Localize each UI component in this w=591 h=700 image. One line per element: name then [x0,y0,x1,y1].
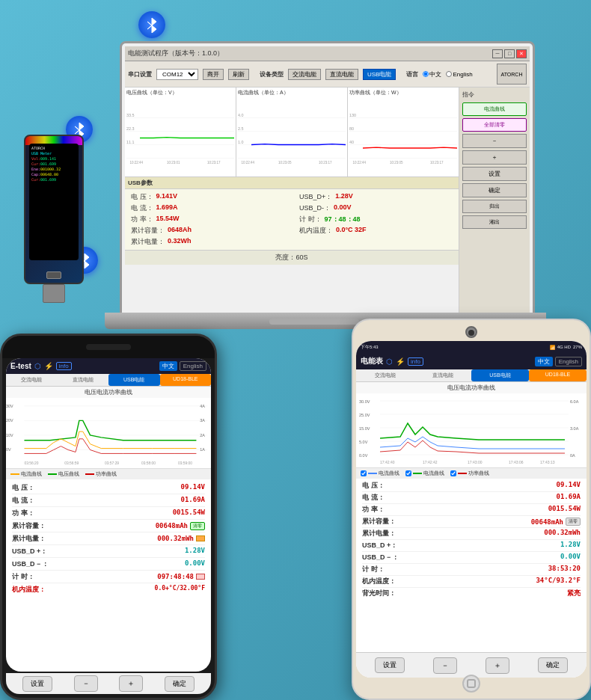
power-value: 15.54W [156,215,180,224]
signal-icon: 📶 [550,345,555,350]
tab-ble-right[interactable]: UD18-BLE [529,369,587,381]
usb-device-body: ATORCH USB Meter Vol:009.141 Cur:001.699… [24,135,84,284]
legend-voltage-checkbox[interactable] [405,470,411,476]
home-button-right[interactable] [462,675,480,693]
usbd-plus-data-row: USB_D +： 1.28V [12,545,205,558]
app-left-header: E-test ⬡ ⚡ info 中文 English [6,358,211,374]
svg-text:10:23:05: 10:23:05 [278,161,292,165]
minus-btn-right[interactable]: － [462,134,527,148]
maximize-btn[interactable]: □ [504,49,515,58]
energy-value: 0.32Wh [168,237,192,247]
info-badge-left[interactable]: info [56,362,72,370]
plus-btn-left[interactable]: ＋ [119,675,143,692]
plus-btn-right[interactable]: ＋ [462,150,527,165]
svg-text:22.3: 22.3 [126,126,134,131]
power-row: 功 率： 15.54W [131,215,284,224]
lang-zh-btn-right[interactable]: 中文 [535,357,553,366]
cap-data-row: 累计容量： 00648mAh 清零 [12,520,205,532]
tab-ac-left[interactable]: 交流电能 [6,374,58,386]
svg-text:15.0V: 15.0V [359,426,370,431]
usbd-plus-val: 1.28V [185,547,205,556]
tab-usb-left[interactable]: USB电能 [108,374,160,386]
minus-btn-left[interactable]: － [74,675,98,692]
svg-text:2A: 2A [200,433,205,438]
chart-area-right: 30.0V 25.0V 15.0V 5.0V 0.0V 6.0A 3.0A 0A [356,393,587,468]
clear-cap-btn[interactable]: 清零 [190,522,205,530]
svg-text:25.0V: 25.0V [359,413,370,417]
minus-btn-right-bottom[interactable]: － [433,657,457,674]
svg-text:17:43:00: 17:43:00 [468,460,483,464]
legend-power-checkbox[interactable] [450,470,456,476]
close-btn[interactable]: ✕ [516,49,527,58]
lang-zh-btn-left[interactable]: 中文 [159,361,177,371]
app-bt-icon: ⬡ [34,362,41,370]
usbd-plus-label: USB_D+： [299,192,332,202]
usbd-minus-data-row: USB_D－： 0.00V [12,558,205,571]
settings-btn-left[interactable]: 设置 [22,676,52,692]
usb-data-panel-title: USB参数 [125,177,459,189]
svg-text:17:42:40: 17:42:40 [380,460,395,464]
minimize-btn[interactable]: ─ [492,49,503,58]
confirm-btn-right-bottom[interactable]: 确定 [538,657,568,673]
settings-btn-right-bottom[interactable]: 设置 [375,657,405,673]
chart3-title: 功率曲线（单位：W） [349,89,457,96]
lang-en-btn-left[interactable]: English [180,361,206,371]
legend-power-label: 功率曲线 [96,470,117,478]
svg-text:10:23:05: 10:23:05 [390,161,403,165]
legend-current-right: 电流曲线 [361,470,399,477]
device-dc-btn[interactable]: 直流电能 [325,69,358,80]
svg-text:0V: 0V [6,447,11,452]
tab-dc-left[interactable]: 直流电能 [58,374,109,386]
clear-all-btn[interactable]: 全部清零 [462,118,527,132]
open-btn[interactable]: 商开 [203,69,224,80]
current-data-row: 电 流： 01.69A [12,494,205,507]
legend-voltage: 电压曲线 [48,470,79,478]
app-right-header: 电能表 ⬡ ⚡ info 中文 English [356,353,587,369]
info-badge-right[interactable]: info [408,357,423,366]
svg-text:3A: 3A [200,418,205,423]
phone-right-screen: 下午5:43 📶 4G HD 27% 电能表 ⬡ ⚡ info 中文 Eng [356,341,587,678]
temp-label: 机内温度： [299,226,333,236]
cap-row-right: 累计容量： 00648mAh 清零 [362,516,581,528]
voltage-value: 9.141V [156,192,178,202]
app-left-tabs: 交流电能 直流电能 USB电能 UD18-BLE [6,374,211,387]
legend-power: 功率曲线 [85,470,117,478]
clear-cap-btn-right[interactable]: 清零 [566,518,581,526]
usbd-plus-row-right: USB_D +： 1.28V [362,540,581,552]
app-power-icon: ⚡ [44,362,53,370]
app-left-name: E-test [10,362,31,370]
legend-current-checkbox[interactable] [361,470,367,476]
usb-data-panel: 电 压： 9.141V USB_D+： 1.28V 电 流： 1.699A [125,189,459,250]
time-label: 计 时： [299,215,322,224]
confirm-btn-left[interactable]: 确定 [165,676,195,692]
power-row-right: 功 率： 0015.54W [362,504,581,516]
status-bar-right: 下午5:43 📶 4G HD 27% [356,341,587,353]
lang-en-radio[interactable]: English [446,71,472,78]
time-row: 计 时： 97：48：48 [299,215,453,224]
lang-buttons-right: 中文 English [535,357,582,366]
refresh-btn[interactable]: 刷新 [228,69,249,80]
device-usb-btn[interactable]: USB电能 [363,69,396,80]
data-rows-right: 电 压： 09.14V 电 流： 01.69A 功 率： 0015.54W 累计… [356,479,587,601]
confirm-btn-right[interactable]: 确定 [462,183,527,197]
energy-label: 累计电量： [131,237,165,247]
chart-legend-left: 电流曲线 电压曲线 功率曲线 [6,469,211,479]
energy-val: 000.32mWh [157,535,194,542]
port-select[interactable]: COM12 [156,69,198,80]
device-ac-btn[interactable]: 交流电能 [288,69,321,80]
phone-right-camera [465,326,477,338]
tab-ble-left[interactable]: UD18-BLE [160,374,212,386]
current-curve-btn[interactable]: 电流曲线 [462,102,527,116]
lang-zh-radio[interactable]: 中文 [423,70,441,79]
lang-en-btn-right[interactable]: English [555,357,582,366]
export1-btn[interactable]: 归出 [462,200,527,213]
export2-btn[interactable]: 湘出 [462,215,527,229]
tab-usb-right[interactable]: USB电能 [471,369,529,381]
svg-text:03:57:29: 03:57:29 [105,461,119,465]
svg-text:4.0: 4.0 [238,113,243,117]
settings-btn-right[interactable]: 设置 [462,167,527,181]
legend-current-label: 电流曲线 [21,470,42,478]
tab-dc-right[interactable]: 直流电能 [414,369,471,381]
tab-ac-right[interactable]: 交流电能 [356,369,414,381]
plus-btn-right-bottom[interactable]: ＋ [486,657,509,674]
